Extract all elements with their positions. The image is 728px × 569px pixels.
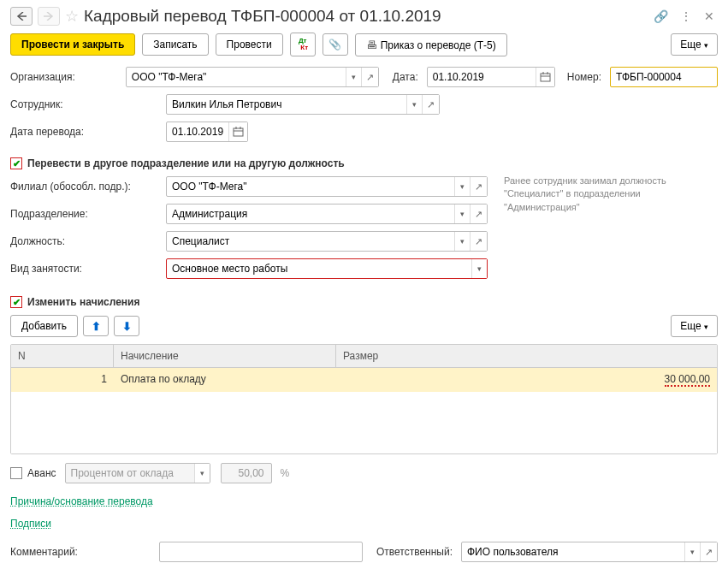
move-down-button[interactable]: ⬇ <box>114 316 139 336</box>
date-input[interactable] <box>428 68 536 86</box>
transfer-checkbox[interactable] <box>10 157 22 169</box>
link-icon[interactable]: 🔗 <box>650 9 672 23</box>
responsible-open-button[interactable]: ↗ <box>700 542 717 561</box>
position-input[interactable] <box>167 232 454 251</box>
svg-rect-2 <box>541 74 550 81</box>
page-title: Кадровый перевод ТФБП-000004 от 01.10.20… <box>84 7 645 26</box>
responsible-input[interactable] <box>462 542 684 561</box>
position-open-button[interactable]: ↗ <box>470 232 487 251</box>
responsible-label: Ответственный: <box>376 546 456 558</box>
print-icon: 🖶 <box>366 39 377 51</box>
col-n: N <box>11 345 114 367</box>
employee-dropdown-button[interactable]: ▾ <box>406 95 422 114</box>
post-and-close-button[interactable]: Провести и закрыть <box>10 33 135 56</box>
dept-open-button[interactable]: ↗ <box>470 204 487 223</box>
nav-back-button[interactable] <box>10 7 33 26</box>
responsible-dropdown-button[interactable]: ▾ <box>684 542 700 561</box>
date-label: Дата: <box>393 71 422 83</box>
accruals-table: N Начисление Размер 1 Оплата по окладу 3… <box>10 344 718 454</box>
emp-type-input[interactable] <box>167 259 471 278</box>
chevron-down-icon: ▾ <box>704 41 708 50</box>
reason-link[interactable]: Причина/основание перевода <box>10 495 153 507</box>
move-up-button[interactable]: ⬆ <box>83 316 109 336</box>
emp-type-dropdown-button[interactable]: ▾ <box>471 259 487 278</box>
transfer-date-calendar-button[interactable] <box>228 122 247 141</box>
date-calendar-button[interactable] <box>536 68 554 86</box>
paperclip-icon: 📎 <box>328 39 341 50</box>
org-label: Организация: <box>10 71 121 83</box>
dept-label: Подразделение: <box>10 208 161 220</box>
col-size: Размер <box>336 345 717 367</box>
save-button[interactable]: Записать <box>142 33 208 56</box>
add-row-button[interactable]: Добавить <box>10 315 78 337</box>
employee-input[interactable] <box>167 95 406 114</box>
org-input[interactable] <box>127 68 346 86</box>
advance-type-dropdown-button: ▾ <box>194 464 210 483</box>
chevron-down-icon: ▾ <box>704 323 708 331</box>
nav-forward-button[interactable] <box>38 7 60 26</box>
dt-kt-button[interactable]: ДтКт <box>290 33 316 56</box>
change-accruals-checkbox[interactable] <box>10 296 22 308</box>
branch-input[interactable] <box>167 177 454 196</box>
position-label: Должность: <box>10 235 161 247</box>
advance-value-input <box>222 464 269 483</box>
table-more-button[interactable]: Еще ▾ <box>671 315 718 337</box>
comment-input[interactable] <box>160 542 362 561</box>
comment-label: Комментарий: <box>10 546 154 558</box>
advance-type-input <box>66 464 194 483</box>
menu-dots-icon[interactable]: ⋮ <box>677 9 695 23</box>
col-name: Начисление <box>114 345 336 367</box>
svg-rect-6 <box>234 128 243 136</box>
org-dropdown-button[interactable]: ▾ <box>346 68 361 86</box>
more-button[interactable]: Еще ▾ <box>671 33 718 56</box>
employee-label: Сотрудник: <box>10 98 161 110</box>
print-order-button[interactable]: 🖶Приказ о переводе (Т-5) <box>355 33 507 56</box>
change-accruals-label: Изменить начисления <box>27 296 139 308</box>
table-row[interactable]: 1 Оплата по окладу 30 000,00 <box>11 368 717 392</box>
branch-dropdown-button[interactable]: ▾ <box>454 177 470 196</box>
close-icon[interactable]: ✕ <box>701 9 718 23</box>
post-button[interactable]: Провести <box>216 33 283 56</box>
previous-info-text: Ранее сотрудник занимал должность "Специ… <box>504 175 718 214</box>
attach-button[interactable]: 📎 <box>323 33 348 56</box>
dept-input[interactable] <box>167 204 454 223</box>
dept-dropdown-button[interactable]: ▾ <box>454 204 470 223</box>
transfer-checkbox-label: Перевести в другое подразделение или на … <box>27 157 345 169</box>
org-open-button[interactable]: ↗ <box>361 68 378 86</box>
advance-pct: % <box>281 467 290 479</box>
transfer-date-label: Дата перевода: <box>10 126 161 138</box>
favorite-star-icon[interactable]: ☆ <box>65 7 79 26</box>
advance-label: Аванс <box>27 467 56 479</box>
branch-label: Филиал (обособл. подр.): <box>10 181 161 193</box>
emp-type-label: Вид занятости: <box>10 263 161 275</box>
cell-name: Оплата по окладу <box>114 368 336 392</box>
branch-open-button[interactable]: ↗ <box>470 177 487 196</box>
signatures-link[interactable]: Подписи <box>10 518 51 530</box>
cell-n: 1 <box>11 368 114 392</box>
number-input[interactable] <box>611 68 717 86</box>
advance-checkbox[interactable] <box>10 467 22 479</box>
cell-size: 30 000,00 <box>336 368 717 392</box>
position-dropdown-button[interactable]: ▾ <box>454 232 470 251</box>
number-label: Номер: <box>567 71 605 83</box>
transfer-date-input[interactable] <box>167 122 228 141</box>
employee-open-button[interactable]: ↗ <box>422 95 439 114</box>
